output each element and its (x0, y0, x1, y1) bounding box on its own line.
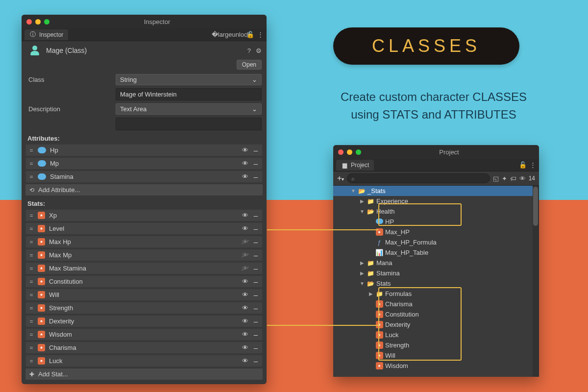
close-icon[interactable] (338, 149, 343, 155)
search-input[interactable]: ⌕ (347, 173, 490, 183)
stat-row[interactable]: = Strength 👁 – (25, 302, 263, 314)
lock-icon[interactable]: �largeunlock (212, 31, 251, 38)
remove-button[interactable]: – (252, 172, 259, 181)
description-input[interactable] (116, 118, 262, 130)
project-tree[interactable]: ▼📂_Stats▶📁Experience▼📂HealthHPMax_HPƒMax… (333, 186, 539, 377)
remove-button[interactable]: – (252, 251, 259, 259)
drag-icon[interactable]: = (28, 212, 35, 219)
visibility-icon[interactable]: 👁 (242, 147, 248, 154)
stat-row[interactable]: = Wisdom 👁 – (25, 328, 263, 341)
close-icon[interactable] (26, 19, 32, 24)
remove-button[interactable]: – (252, 211, 259, 220)
drag-icon[interactable]: = (28, 147, 35, 154)
class-value-input[interactable] (116, 88, 262, 100)
stat-row[interactable]: = Luck 👁 – (25, 355, 263, 367)
description-type-select[interactable]: Text Area ⌄ (116, 103, 262, 115)
stat-row[interactable]: = Constitution 👁 – (25, 275, 263, 288)
tree-node[interactable]: Charisma (333, 299, 539, 309)
add-stat-button[interactable]: ✚ Add Stat... (25, 368, 263, 380)
remove-button[interactable]: – (252, 304, 259, 312)
visibility-icon[interactable]: 👁 (242, 278, 248, 285)
drag-icon[interactable]: = (28, 278, 35, 285)
remove-button[interactable]: – (252, 224, 259, 233)
more-icon[interactable]: ⋮ (530, 161, 536, 169)
project-titlebar[interactable]: Project (333, 145, 539, 159)
visibility-icon[interactable]: 👁 (242, 304, 248, 312)
visibility-icon[interactable]: 👁 (242, 251, 248, 259)
filter-person-icon[interactable]: ✦ (502, 175, 507, 182)
scrollbar-thumb[interactable] (533, 187, 538, 226)
drag-icon[interactable]: = (28, 358, 35, 365)
tree-node[interactable]: ▼📂Stats (333, 278, 539, 289)
stat-row[interactable]: = Max Stamina 👁 – (25, 262, 263, 274)
lock-icon[interactable]: 🔓 (519, 161, 527, 169)
visibility-icon[interactable]: 👁 (242, 344, 248, 351)
add-attribute-button[interactable]: ⟲ Add Attribute... (25, 184, 263, 196)
tree-node[interactable]: ƒMax_HP_Formula (333, 237, 539, 247)
tab-inspector[interactable]: ⓘ Inspector (24, 29, 68, 40)
drag-icon[interactable]: = (28, 344, 35, 351)
filter-icon[interactable]: ◱ (493, 175, 499, 182)
stat-row[interactable]: = Max Mp 👁 – (25, 249, 263, 261)
tree-node[interactable]: ▼📂_Stats (333, 186, 539, 196)
tab-project[interactable]: ▆ Project (336, 160, 374, 171)
stat-row[interactable]: = Max Hp 👁 – (25, 236, 263, 248)
tree-node[interactable]: 📊Max_HP_Table (333, 247, 539, 258)
attribute-row[interactable]: = Stamina 👁 – (25, 171, 263, 183)
stat-row[interactable]: = Charisma 👁 – (25, 342, 263, 354)
remove-button[interactable]: – (252, 317, 259, 325)
remove-button[interactable]: – (252, 343, 259, 352)
drag-icon[interactable]: = (28, 173, 35, 180)
maximize-icon[interactable] (44, 19, 49, 24)
drag-icon[interactable]: = (28, 225, 35, 232)
tree-node[interactable]: Constitution (333, 309, 539, 319)
tree-node[interactable]: ▶📁Formulas (333, 289, 539, 299)
remove-button[interactable]: – (252, 238, 259, 246)
settings-icon[interactable]: ⚙ (256, 47, 262, 54)
drag-icon[interactable]: = (28, 252, 35, 259)
tree-node[interactable]: Will (333, 350, 539, 361)
visibility-icon[interactable]: 👁 (242, 173, 248, 180)
label-icon[interactable]: 🏷 (510, 175, 516, 182)
more-icon[interactable]: ⋮ (257, 31, 264, 38)
visibility-icon[interactable]: 👁 (242, 212, 248, 219)
stat-row[interactable]: = Level 👁 – (25, 222, 263, 235)
remove-button[interactable]: – (252, 159, 259, 168)
tree-node[interactable]: ▶📁Mana (333, 258, 539, 268)
drag-icon[interactable]: = (28, 318, 35, 325)
minimize-icon[interactable] (347, 149, 352, 155)
tree-node[interactable]: Luck (333, 330, 539, 340)
tree-node[interactable]: ▶📁Stamina (333, 268, 539, 278)
attribute-row[interactable]: = Mp 👁 – (25, 157, 263, 170)
tree-node[interactable]: Max_HP (333, 227, 539, 237)
visibility-icon[interactable]: 👁 (242, 238, 248, 245)
remove-button[interactable]: – (252, 357, 259, 365)
visibility-icon[interactable]: 👁 (242, 318, 248, 325)
drag-icon[interactable]: = (28, 265, 35, 272)
drag-icon[interactable]: = (28, 305, 35, 312)
add-button[interactable]: +▾ (337, 174, 344, 183)
help-icon[interactable]: ? (247, 47, 251, 54)
inspector-titlebar[interactable]: Inspector (22, 15, 267, 28)
minimize-icon[interactable] (35, 19, 41, 24)
stat-row[interactable]: = Xp 👁 – (25, 209, 263, 221)
visibility-icon[interactable]: 👁 (242, 265, 248, 272)
tree-node[interactable]: HP (333, 217, 539, 227)
scrollbar[interactable] (533, 186, 539, 377)
drag-icon[interactable]: = (28, 239, 35, 245)
hidden-count-icon[interactable]: 👁 (519, 175, 526, 182)
drag-icon[interactable]: = (28, 331, 35, 338)
visibility-icon[interactable]: 👁 (242, 225, 248, 232)
stat-row[interactable]: = Will 👁 – (25, 289, 263, 301)
visibility-icon[interactable]: 👁 (242, 160, 248, 167)
visibility-icon[interactable]: 👁 (242, 291, 248, 298)
drag-icon[interactable]: = (28, 292, 35, 298)
remove-button[interactable]: – (252, 291, 259, 299)
class-type-select[interactable]: String ⌄ (116, 74, 262, 85)
unlock-icon[interactable]: 🔓 (246, 31, 254, 38)
stat-row[interactable]: = Dexterity 👁 – (25, 315, 263, 327)
tree-node[interactable]: Wisdom (333, 361, 539, 371)
visibility-icon[interactable]: 👁 (242, 357, 248, 365)
tree-node[interactable]: Dexterity (333, 319, 539, 330)
remove-button[interactable]: – (252, 146, 259, 154)
